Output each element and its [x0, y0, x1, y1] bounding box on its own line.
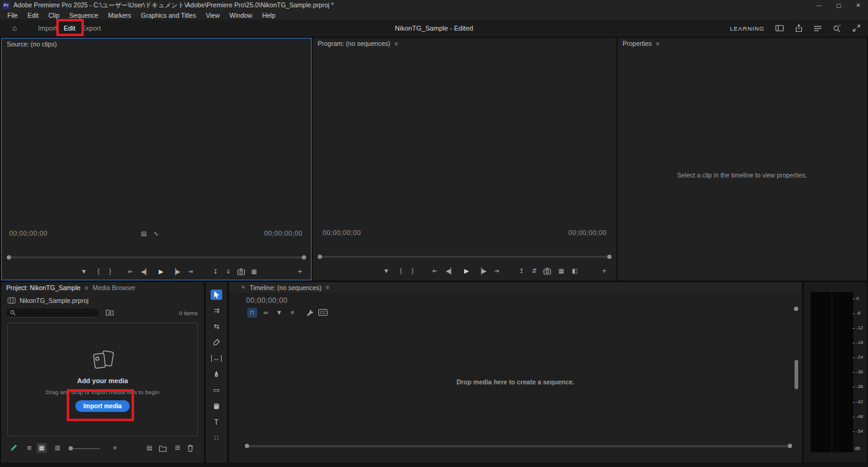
- panel-menu-icon[interactable]: ≡: [394, 40, 398, 47]
- minimize-button[interactable]: —: [809, 0, 829, 10]
- zoom-slider-handle[interactable]: [69, 446, 73, 450]
- go-to-in-icon[interactable]: ⇤: [126, 267, 136, 277]
- export-frame-icon[interactable]: [236, 267, 246, 277]
- go-to-in-icon[interactable]: ⇤: [430, 266, 440, 276]
- close-tab-icon[interactable]: ✕: [241, 285, 245, 290]
- new-bin-icon[interactable]: [159, 445, 167, 452]
- drag-video-icon[interactable]: ▤: [139, 229, 149, 239]
- properties-panel-title[interactable]: Properties: [623, 40, 652, 47]
- sort-icon[interactable]: ≡: [110, 443, 120, 453]
- mark-out-icon[interactable]: }: [105, 267, 115, 277]
- freeform-view-icon[interactable]: ▥: [53, 443, 62, 453]
- lift-icon[interactable]: ↥: [517, 266, 526, 276]
- menu-sequence[interactable]: Sequence: [64, 11, 103, 20]
- tab-import[interactable]: Import: [38, 24, 57, 32]
- type-tool[interactable]: T: [211, 417, 222, 427]
- zoom-handle-left[interactable]: [7, 255, 11, 260]
- more-tools-icon[interactable]: ∷: [211, 433, 222, 443]
- mark-in-icon[interactable]: {: [94, 267, 103, 277]
- panel-menu-icon[interactable]: ≡: [84, 285, 88, 291]
- insert-icon[interactable]: ↧: [211, 267, 220, 277]
- menu-clip[interactable]: Clip: [43, 11, 64, 20]
- source-timecode-current[interactable]: 00;00;00;00: [9, 230, 48, 237]
- delete-icon[interactable]: [187, 444, 194, 452]
- automate-to-sequence-icon[interactable]: ▤: [144, 443, 154, 453]
- source-panel-title[interactable]: Source: (no clips): [7, 40, 57, 48]
- overwrite-icon[interactable]: ⇓: [223, 267, 233, 277]
- export-frame-icon[interactable]: [542, 266, 552, 276]
- zoom-handle-left[interactable]: [318, 255, 322, 259]
- menu-view[interactable]: View: [201, 11, 225, 20]
- learning-workspace-button[interactable]: LEARNING: [730, 25, 765, 32]
- tab-project[interactable]: Project: NikonTG_Sample: [6, 284, 80, 291]
- list-view-icon[interactable]: ≣: [24, 443, 34, 453]
- panel-menu-icon[interactable]: ≡: [656, 40, 660, 47]
- menu-file[interactable]: File: [2, 11, 23, 20]
- tab-export[interactable]: Export: [81, 24, 101, 32]
- scroll-handle-right[interactable]: [788, 444, 792, 448]
- timeline-vertical-zoom-handle[interactable]: [794, 307, 798, 311]
- workspaces-icon[interactable]: [814, 24, 822, 32]
- search-box[interactable]: [6, 308, 99, 318]
- rectangle-tool[interactable]: ▭: [211, 385, 222, 395]
- drag-audio-icon[interactable]: ∿: [151, 229, 161, 239]
- hand-tool[interactable]: [211, 401, 222, 411]
- tab-media-browser[interactable]: Media Browser: [92, 284, 135, 291]
- step-back-icon[interactable]: ◀▏: [141, 267, 151, 277]
- track-options-icon[interactable]: ≡: [288, 308, 297, 318]
- button-editor-icon[interactable]: +: [599, 266, 609, 276]
- button-editor-icon[interactable]: +: [295, 267, 305, 277]
- program-zoom-scrollbar[interactable]: [318, 256, 612, 258]
- zoom-handle-right[interactable]: [607, 255, 612, 259]
- go-to-out-icon[interactable]: ⇥: [185, 267, 195, 277]
- timeline-settings-wrench-icon[interactable]: [305, 308, 315, 318]
- timeline-vertical-scrollbar[interactable]: [795, 360, 798, 389]
- mark-out-icon[interactable]: }: [408, 266, 417, 276]
- mark-in-icon[interactable]: {: [396, 266, 406, 276]
- search-input[interactable]: [18, 309, 92, 317]
- timeline-timecode[interactable]: 00;00;00;00: [246, 296, 288, 305]
- fullscreen-icon[interactable]: [852, 24, 861, 32]
- selection-tool[interactable]: [211, 290, 222, 300]
- icon-view-icon[interactable]: ▦: [37, 443, 47, 453]
- scroll-handle-left[interactable]: [245, 444, 249, 448]
- extract-icon[interactable]: ⇵: [529, 266, 539, 276]
- snap-icon[interactable]: ⊓: [247, 308, 257, 318]
- menu-help[interactable]: Help: [257, 11, 280, 20]
- new-item-icon[interactable]: ⊞: [173, 443, 182, 453]
- step-forward-icon[interactable]: ▕▶: [171, 267, 181, 277]
- add-marker-icon[interactable]: ▼: [381, 266, 391, 276]
- timeline-panel-title[interactable]: Timeline: (no sequences): [250, 284, 322, 291]
- pen-tool[interactable]: [211, 369, 222, 379]
- play-icon[interactable]: ▶: [156, 267, 166, 277]
- linked-selection-icon[interactable]: ∞: [261, 308, 271, 318]
- menu-markers[interactable]: Markers: [103, 11, 136, 20]
- search-icon[interactable]: [832, 24, 842, 32]
- new-search-bin-icon[interactable]: [105, 308, 114, 316]
- add-marker-icon[interactable]: ▼: [79, 267, 89, 277]
- menu-graphics-titles[interactable]: Graphics and Titles: [136, 11, 201, 20]
- project-file-row[interactable]: NikonTG_Sample.prproj: [7, 297, 89, 304]
- maximize-button[interactable]: ▢: [829, 0, 848, 10]
- captions-icon[interactable]: CC: [318, 309, 327, 316]
- step-back-icon[interactable]: ◀▏: [446, 266, 455, 276]
- play-icon[interactable]: ▶: [462, 266, 471, 276]
- razor-tool[interactable]: [211, 337, 222, 348]
- ripple-edit-tool[interactable]: ⇆: [211, 321, 222, 332]
- timeline-horizontal-scrollbar[interactable]: [245, 445, 792, 447]
- comparison-view-icon[interactable]: ◧: [570, 266, 580, 276]
- quick-export-icon[interactable]: [795, 24, 803, 32]
- thumbnail-zoom-slider[interactable]: [69, 448, 100, 449]
- step-forward-icon[interactable]: ▕▶: [477, 266, 487, 276]
- track-select-forward-tool[interactable]: ⇉: [211, 305, 222, 316]
- menu-edit[interactable]: Edit: [23, 11, 43, 20]
- multicam-icon[interactable]: ▦: [556, 266, 566, 276]
- panel-menu-icon[interactable]: ≡: [326, 284, 329, 291]
- slip-tool[interactable]: ↔: [211, 353, 222, 364]
- source-zoom-scrollbar[interactable]: [7, 256, 306, 258]
- home-icon[interactable]: ⌂: [12, 23, 17, 32]
- zoom-handle-right[interactable]: [302, 255, 306, 260]
- program-panel-title[interactable]: Program: (no sequences): [318, 40, 390, 47]
- project-writable-icon[interactable]: [10, 444, 18, 452]
- menu-window[interactable]: Window: [225, 11, 257, 20]
